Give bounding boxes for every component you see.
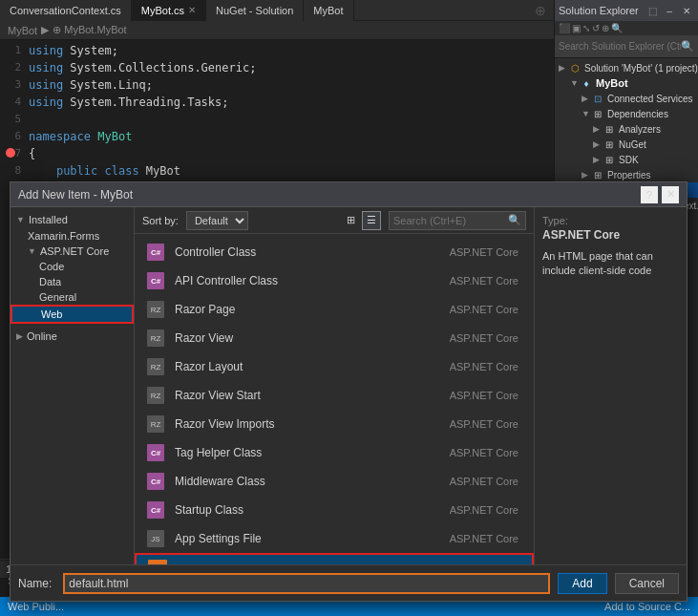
razor-view-start-icon: RZ bbox=[142, 384, 169, 407]
tree-installed[interactable]: ▼ Installed bbox=[11, 211, 134, 228]
item-razor-view-imports[interactable]: RZ Razor View Imports ASP.NET Core bbox=[135, 410, 534, 438]
item-controller-class[interactable]: C# Controller Class ASP.NET Core bbox=[135, 238, 534, 266]
tag-helper-name: Tag Helper Class bbox=[175, 446, 431, 459]
web-label: Web bbox=[41, 308, 62, 320]
cancel-button[interactable]: Cancel bbox=[615, 573, 679, 594]
item-middleware[interactable]: C# Middleware Class ASP.NET Core bbox=[135, 467, 534, 496]
project-arrow: ▼ bbox=[570, 78, 580, 88]
nuget-icon: ⊞ bbox=[603, 138, 616, 151]
item-app-settings[interactable]: JS App Settings File ASP.NET Core bbox=[135, 524, 534, 553]
tag-helper-cat: ASP.NET Core bbox=[431, 447, 526, 458]
code-line-1: 1 using System; bbox=[0, 44, 554, 61]
tree-connected-services[interactable]: ▶ ⊡ Connected Services bbox=[555, 91, 698, 106]
sol-toolbar-icon-1[interactable]: ⬛ bbox=[559, 23, 570, 33]
tree-solution[interactable]: ▶ ⬡ Solution 'MyBot' (1 project) bbox=[555, 60, 698, 75]
search-input[interactable] bbox=[393, 215, 508, 226]
name-input[interactable] bbox=[63, 573, 550, 594]
status-left: Web Publi... bbox=[8, 601, 64, 612]
sol-icon-1[interactable]: ⬚ bbox=[645, 3, 660, 18]
breadcrumb-path: ⊕ MyBot.MyBot bbox=[53, 24, 126, 36]
project-label: MyBot bbox=[8, 25, 37, 36]
razor-layout-cat: ASP.NET Core bbox=[431, 361, 526, 372]
editor-tab-bar: ConversationContext.cs MyBot.cs ✕ NuGet … bbox=[0, 0, 554, 21]
code-line-5: 5 bbox=[0, 113, 554, 130]
sol-toolbar-icon-6[interactable]: 🔍 bbox=[611, 23, 623, 33]
search-box[interactable]: 🔍 bbox=[389, 211, 526, 230]
installed-arrow: ▼ bbox=[16, 215, 25, 224]
tree-sdk[interactable]: ▶ ⊞ SDK bbox=[555, 152, 698, 167]
tree-general[interactable]: General bbox=[11, 289, 134, 305]
online-arrow: ▶ bbox=[16, 331, 23, 341]
tag-helper-icon: C# bbox=[142, 441, 169, 464]
item-razor-layout[interactable]: RZ Razor Layout ASP.NET Core bbox=[135, 352, 534, 381]
item-razor-page[interactable]: RZ Razor Page ASP.NET Core bbox=[135, 295, 534, 324]
middleware-cat: ASP.NET Core bbox=[431, 476, 526, 487]
sol-icon-2[interactable]: – bbox=[662, 3, 677, 18]
code-line-3: 3 using System.Linq; bbox=[0, 78, 554, 96]
tree-online[interactable]: ▶ Online bbox=[11, 328, 134, 345]
item-html-page[interactable]: H HTML Page ASP.NET Core bbox=[135, 553, 534, 564]
solution-search-input[interactable] bbox=[559, 41, 681, 52]
tree-web[interactable]: Web bbox=[11, 305, 134, 324]
dialog-titlebar: Add New Item - MyBot ? ✕ bbox=[11, 182, 687, 207]
item-tag-helper[interactable]: C# Tag Helper Class ASP.NET Core bbox=[135, 438, 534, 467]
project-icon: ♦ bbox=[580, 76, 593, 90]
sol-toolbar-icon-2[interactable]: ▣ bbox=[572, 23, 581, 33]
sort-select[interactable]: Default bbox=[186, 211, 248, 230]
sol-toolbar-icon-5[interactable]: ⊕ bbox=[602, 23, 609, 33]
dialog-controls: ? ✕ bbox=[641, 186, 679, 203]
tree-dependencies[interactable]: ▼ ⊞ Dependencies bbox=[555, 106, 698, 121]
tree-nuget[interactable]: ▶ ⊞ NuGet bbox=[555, 137, 698, 152]
list-view-icon[interactable]: ☰ bbox=[362, 211, 381, 230]
code-line-2: 2 using System.Collections.Generic; bbox=[0, 61, 554, 78]
app-settings-icon: JS bbox=[142, 527, 169, 550]
tab-conversation[interactable]: ConversationContext.cs bbox=[0, 0, 132, 21]
breakpoint-indicator bbox=[6, 148, 15, 158]
dialog-items-panel: Sort by: Default ⊞ ☰ 🔍 C# Controller Cla… bbox=[135, 207, 534, 564]
tree-analyzers[interactable]: ▶ ⊞ Analyzers bbox=[555, 121, 698, 137]
item-startup[interactable]: C# Startup Class ASP.NET Core bbox=[135, 496, 534, 524]
solution-label: Solution 'MyBot' (1 project) bbox=[584, 63, 698, 74]
tab-mybot-label: MyBot.cs bbox=[141, 0, 184, 21]
tree-project[interactable]: ▼ ♦ MyBot bbox=[555, 75, 698, 91]
dialog-body: ▼ Installed Xamarin.Forms ▼ ASP.NET Core… bbox=[11, 207, 687, 564]
tree-properties[interactable]: ▶ ⊞ Properties bbox=[555, 167, 698, 182]
tab-mybot[interactable]: MyBot.cs ✕ bbox=[132, 0, 206, 21]
view-icons: ⊞ ☰ bbox=[341, 211, 381, 230]
code-line-8: 8 public class MyBot bbox=[0, 164, 554, 181]
tree-xamarin[interactable]: Xamarin.Forms bbox=[11, 228, 134, 244]
tab-mybot-modified: ✕ bbox=[188, 0, 196, 21]
properties-label: Properties bbox=[607, 170, 651, 181]
item-api-controller[interactable]: C# API Controller Class ASP.NET Core bbox=[135, 266, 534, 295]
dialog-category-tree: ▼ Installed Xamarin.Forms ▼ ASP.NET Core… bbox=[11, 207, 135, 564]
tree-code[interactable]: Code bbox=[11, 259, 134, 274]
dialog-close-button[interactable]: ✕ bbox=[662, 186, 679, 203]
code-label: Code bbox=[39, 261, 64, 272]
solution-search-bar[interactable]: 🔍 bbox=[555, 35, 698, 58]
type-label: Type: bbox=[542, 215, 679, 226]
analyzers-label: Analyzers bbox=[619, 124, 661, 135]
add-button[interactable]: Add bbox=[558, 573, 606, 594]
add-new-item-dialog: Add New Item - MyBot ? ✕ ▼ Installed Xam… bbox=[10, 181, 687, 602]
razor-layout-name: Razor Layout bbox=[175, 360, 431, 373]
tab-mybot2[interactable]: MyBot bbox=[304, 0, 353, 21]
sol-toolbar-icon-3[interactable]: ⤡ bbox=[582, 23, 590, 33]
code-line-4: 4 using System.Threading.Tasks; bbox=[0, 96, 554, 113]
razor-view-icon: RZ bbox=[142, 327, 169, 350]
sol-icon-close[interactable]: ✕ bbox=[679, 3, 694, 18]
general-label: General bbox=[39, 291, 76, 303]
tab-nuget[interactable]: NuGet - Solution bbox=[206, 0, 304, 21]
app-settings-cat: ASP.NET Core bbox=[431, 533, 526, 544]
razor-view-imports-name: Razor View Imports bbox=[175, 417, 431, 431]
online-label: Online bbox=[27, 330, 57, 342]
dialog-help-button[interactable]: ? bbox=[641, 186, 658, 203]
properties-icon: ⊞ bbox=[591, 168, 604, 181]
item-razor-view-start[interactable]: RZ Razor View Start ASP.NET Core bbox=[135, 381, 534, 410]
item-razor-view[interactable]: RZ Razor View ASP.NET Core bbox=[135, 324, 534, 352]
tree-data[interactable]: Data bbox=[11, 274, 134, 289]
tab-mybot2-label: MyBot bbox=[313, 0, 343, 21]
grid-view-icon[interactable]: ⊞ bbox=[341, 211, 360, 230]
tree-aspnet[interactable]: ▼ ASP.NET Core bbox=[11, 244, 134, 259]
controller-class-cat: ASP.NET Core bbox=[431, 246, 526, 258]
sol-toolbar-icon-4[interactable]: ↺ bbox=[592, 23, 600, 33]
